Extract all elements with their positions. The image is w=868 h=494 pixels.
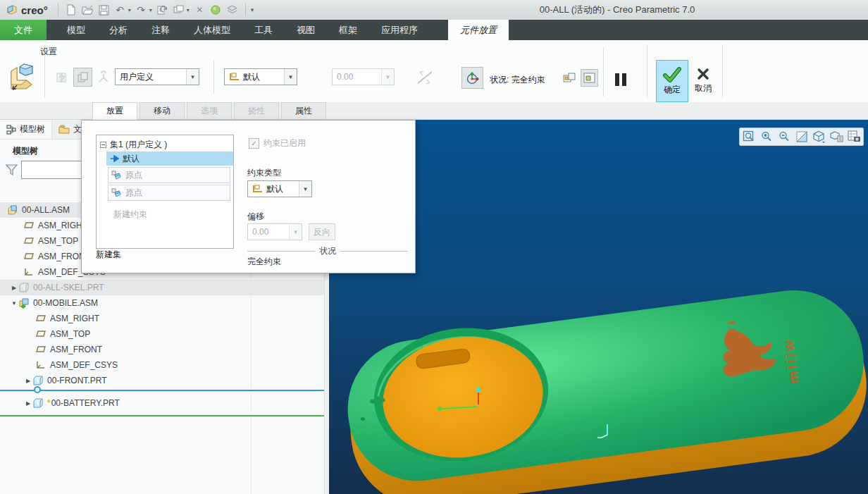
expand-icon[interactable]: ▶ (24, 378, 32, 384)
zoom-out-icon[interactable] (776, 129, 792, 144)
windows-icon[interactable] (173, 4, 185, 16)
datum-plane-icon (23, 220, 35, 231)
tree-item-label: ASM_DEF_CSYS (50, 360, 118, 370)
chevron-down-icon[interactable]: ▼ (299, 181, 311, 197)
constraint-status-text: 状况: 完全约束 (490, 74, 545, 86)
ribbon-group-label: 设置 (40, 46, 57, 58)
redo-icon[interactable]: ↷ (135, 4, 147, 16)
assemble-icon (7, 61, 37, 96)
chevron-down-icon[interactable]: ▼ (186, 69, 199, 85)
display-style-icon[interactable] (811, 129, 827, 144)
tree-item-label: ASM_TOP (50, 329, 90, 339)
show-in-assembly-window-button[interactable] (581, 69, 598, 87)
constraint-set-tree[interactable]: 集1 (用户定义 ) 默认 原点 原点 新建约束 (96, 135, 234, 249)
collapse-box-icon[interactable] (100, 142, 106, 148)
tab-view[interactable]: 视图 (285, 20, 327, 40)
tab-component-placement[interactable]: 元件放置 (448, 20, 509, 40)
view-manager-icon[interactable] (846, 129, 862, 144)
tree-item-label: ASM_FRONT (50, 345, 102, 354)
filter-icon[interactable] (5, 163, 18, 176)
tab-model-tree[interactable]: 模型树 (0, 120, 52, 139)
tab-applications[interactable]: 应用程序 (369, 20, 430, 40)
chevron-down-icon: ▼ (289, 224, 302, 240)
device-model[interactable]: miiiw (339, 276, 868, 494)
zoom-box-icon[interactable] (740, 129, 757, 144)
constraint-type-combobox[interactable]: 默认 ▼ (224, 68, 297, 85)
datum-plane-icon (35, 344, 46, 355)
quick-access-toolbar: ↶ ▾ ↷ ▾ ▾ ✕ ▾ (55, 4, 254, 16)
tab-move[interactable]: 移动 (140, 102, 185, 120)
3d-dragger-toggle-button[interactable] (461, 67, 483, 89)
folder-icon (58, 125, 70, 134)
constraint-set-node[interactable]: 集1 (用户定义 ) (97, 137, 233, 152)
divider (245, 4, 246, 16)
tree-row-csys[interactable]: ASM_DEF_CSYS (0, 357, 359, 373)
save-icon[interactable] (98, 4, 110, 16)
panel-status-value: 完全约束 (247, 256, 281, 268)
expand-icon[interactable]: ▶ (24, 400, 32, 407)
regenerate-icon[interactable] (156, 4, 168, 16)
insertion-indicator-knob[interactable] (34, 386, 41, 393)
tab-tools[interactable]: 工具 (242, 20, 285, 40)
undo-icon[interactable]: ↶ (114, 4, 126, 16)
zoom-in-icon[interactable] (758, 129, 774, 144)
open-file-icon[interactable] (82, 4, 94, 16)
cancel-button[interactable]: 取消 (689, 60, 717, 101)
divider (213, 60, 214, 94)
tab-framework[interactable]: 框架 (327, 20, 369, 40)
repaint-icon[interactable] (793, 129, 810, 144)
panel-offset-combobox: 0.00 ▼ (247, 223, 302, 240)
tree-item-label: 00-ALL.ASM (22, 205, 70, 215)
windows-dropdown-icon[interactable]: ▾ (187, 7, 190, 13)
predefined-set-button[interactable] (73, 68, 92, 87)
ok-button[interactable]: 确定 (656, 60, 688, 102)
tree-row-datum-plane[interactable]: ASM_RIGHT (0, 311, 359, 326)
origin-reference-row[interactable]: 原点 (108, 167, 230, 183)
collapse-icon[interactable]: ▼ (10, 300, 18, 307)
new-set-link[interactable]: 新建集 (96, 249, 121, 261)
close-window-icon[interactable]: ✕ (194, 4, 206, 16)
tree-row-mobile-assembly[interactable]: ▼ 00-MOBILE.ASM (0, 295, 324, 311)
pause-button[interactable] (610, 70, 631, 89)
tree-row-battery-part[interactable]: ▶ * 00-BATTERY.PRT (0, 395, 324, 411)
insertion-indicator-line[interactable] (0, 390, 324, 391)
datum-plane-icon (23, 235, 35, 247)
tab-properties[interactable]: 属性 (281, 102, 326, 120)
cancel-x-icon (696, 67, 710, 81)
new-file-icon[interactable] (66, 4, 78, 16)
panel-constraint-type-combobox[interactable]: 默认 ▼ (247, 180, 312, 197)
saved-orientations-icon[interactable] (829, 129, 845, 144)
tree-row-front-part[interactable]: ▶ 00-FRONT.PRT (0, 373, 324, 388)
tree-row-skeleton-part[interactable]: ▶ 00-ALL-SKEL.PRT (0, 280, 324, 295)
flip-button: 反向 (309, 223, 335, 240)
panel-constraint-type-value: 默认 (266, 183, 283, 195)
tree-row-datum-plane[interactable]: ASM_FRONT (0, 342, 359, 357)
tree-row-datum-plane[interactable]: ASM_TOP (0, 326, 359, 342)
tab-model[interactable]: 模型 (55, 20, 97, 40)
tab-placement[interactable]: 放置 (92, 102, 137, 120)
chevron-down-icon[interactable]: ▼ (284, 69, 297, 85)
active-constraint-row[interactable]: 默认 (106, 152, 233, 166)
origin-reference-row[interactable]: 原点 (108, 185, 230, 201)
default-constraint-icon (252, 184, 264, 194)
tab-analysis[interactable]: 分析 (97, 20, 140, 40)
app-logo: creo° (0, 4, 55, 16)
datum-ref-icon (111, 188, 122, 198)
coordinate-system-icon (23, 266, 35, 278)
placement-preset-combobox[interactable]: 用户定义 ▼ (115, 68, 199, 85)
resume-icon[interactable] (210, 4, 222, 16)
tab-annotate[interactable]: 注释 (140, 20, 182, 40)
show-component-window-button[interactable] (560, 69, 578, 87)
manikin-placement-icon (94, 68, 113, 87)
tab-file[interactable]: 文件 (0, 20, 46, 40)
tab-manikin[interactable]: 人体模型 (182, 20, 242, 40)
undo-dropdown-icon[interactable]: ▾ (128, 7, 131, 13)
layers-icon[interactable] (226, 4, 238, 16)
expand-icon[interactable]: ▶ (10, 285, 18, 291)
datum-plane-icon (35, 313, 46, 324)
title-bar: creo° ↶ ▾ ↷ ▾ ▾ ✕ ▾ 00-ALL (活动的) (0, 0, 868, 20)
constraint-type-value: 默认 (243, 71, 260, 83)
redo-dropdown-icon[interactable]: ▾ (149, 7, 152, 13)
divider (603, 47, 604, 97)
toolbar-options-icon[interactable]: ▾ (251, 6, 254, 13)
